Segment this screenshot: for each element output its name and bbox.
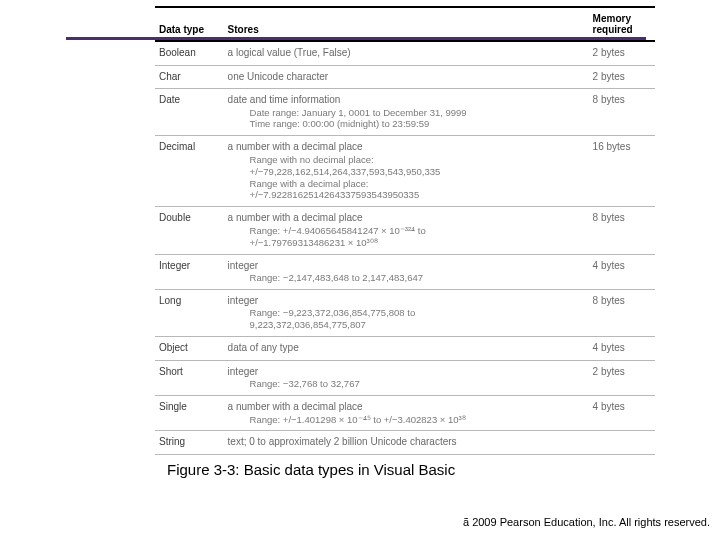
stores-detail: +/−7.9228162514264337593543950335 xyxy=(228,189,585,201)
table-row: Date date and time information Date rang… xyxy=(155,89,655,136)
cell-stores: integer Range: −32,768 to 32,767 xyxy=(224,360,589,395)
table-row: Long integer Range: −9,223,372,036,854,7… xyxy=(155,289,655,336)
table-row: Double a number with a decimal place Ran… xyxy=(155,207,655,254)
cell-stores: one Unicode character xyxy=(224,65,589,89)
cell-memory: 16 bytes xyxy=(589,136,655,207)
cell-type: String xyxy=(155,431,224,455)
cell-memory: 8 bytes xyxy=(589,289,655,336)
cell-type: Short xyxy=(155,360,224,395)
stores-main: a number with a decimal place xyxy=(228,212,363,223)
cell-memory: 2 bytes xyxy=(589,41,655,65)
cell-type: Integer xyxy=(155,254,224,289)
cell-type: Boolean xyxy=(155,41,224,65)
stores-detail: Range: +/−4.94065645841247 × 10⁻³²⁴ to xyxy=(228,225,585,237)
table-row: Integer integer Range: −2,147,483,648 to… xyxy=(155,254,655,289)
cell-stores: integer Range: −2,147,483,648 to 2,147,4… xyxy=(224,254,589,289)
cell-stores: a number with a decimal place Range: +/−… xyxy=(224,396,589,431)
cell-memory: 4 bytes xyxy=(589,337,655,361)
stores-main: date and time information xyxy=(228,94,341,105)
cell-memory xyxy=(589,431,655,455)
stores-detail: +/−79,228,162,514,264,337,593,543,950,33… xyxy=(228,166,585,178)
stores-main: integer xyxy=(228,295,259,306)
figure-caption: Figure 3-3: Basic data types in Visual B… xyxy=(167,461,455,478)
table-row: Char one Unicode character 2 bytes xyxy=(155,65,655,89)
cell-stores: a number with a decimal place Range with… xyxy=(224,136,589,207)
stores-detail: +/−1.79769313486231 × 10³⁰⁸ xyxy=(228,237,585,249)
cell-type: Object xyxy=(155,337,224,361)
stores-main: integer xyxy=(228,260,259,271)
cell-type: Decimal xyxy=(155,136,224,207)
stores-detail: Range with no decimal place: xyxy=(228,154,585,166)
cell-stores: a number with a decimal place Range: +/−… xyxy=(224,207,589,254)
col-memory: Memory required xyxy=(589,8,655,41)
cell-memory: 8 bytes xyxy=(589,207,655,254)
stores-main: a number with a decimal place xyxy=(228,401,363,412)
table-row: Object data of any type 4 bytes xyxy=(155,337,655,361)
table-row: Single a number with a decimal place Ran… xyxy=(155,396,655,431)
col-data-type: Data type xyxy=(155,8,224,41)
col-memory-l2: required xyxy=(593,24,633,35)
cell-memory: 2 bytes xyxy=(589,65,655,89)
data-types-table: Data type Stores Memory required Boolean… xyxy=(155,8,655,455)
copyright-text: 2009 Pearson Education, Inc. All rights … xyxy=(469,516,710,528)
stores-detail: Range: +/−1.401298 × 10⁻⁴⁵ to +/−3.40282… xyxy=(228,414,585,426)
stores-detail: Range: −2,147,483,648 to 2,147,483,647 xyxy=(228,272,585,284)
cell-stores: data of any type xyxy=(224,337,589,361)
cell-type: Double xyxy=(155,207,224,254)
stores-detail: 9,223,372,036,854,775,807 xyxy=(228,319,585,331)
cell-type: Long xyxy=(155,289,224,336)
stores-main: integer xyxy=(228,366,259,377)
table-header-row: Data type Stores Memory required xyxy=(155,8,655,41)
table-row: Decimal a number with a decimal place Ra… xyxy=(155,136,655,207)
cell-memory: 2 bytes xyxy=(589,360,655,395)
table-row: Boolean a logical value (True, False) 2 … xyxy=(155,41,655,65)
table-row: Short integer Range: −32,768 to 32,767 2… xyxy=(155,360,655,395)
cell-stores: text; 0 to approximately 2 billion Unico… xyxy=(224,431,589,455)
table-row: String text; 0 to approximately 2 billio… xyxy=(155,431,655,455)
stores-main: a number with a decimal place xyxy=(228,141,363,152)
cell-memory: 8 bytes xyxy=(589,89,655,136)
col-stores: Stores xyxy=(224,8,589,41)
stores-detail: Range with a decimal place: xyxy=(228,178,585,190)
col-memory-l1: Memory xyxy=(593,13,631,24)
stores-detail: Range: −9,223,372,036,854,775,808 to xyxy=(228,307,585,319)
cell-stores: date and time information Date range: Ja… xyxy=(224,89,589,136)
cell-type: Single xyxy=(155,396,224,431)
cell-stores: a logical value (True, False) xyxy=(224,41,589,65)
cell-stores: integer Range: −9,223,372,036,854,775,80… xyxy=(224,289,589,336)
data-types-table-wrap: Data type Stores Memory required Boolean… xyxy=(155,6,655,455)
cell-type: Char xyxy=(155,65,224,89)
stores-detail: Date range: January 1, 0001 to December … xyxy=(228,107,585,119)
page: Data type Stores Memory required Boolean… xyxy=(0,0,720,540)
stores-detail: Range: −32,768 to 32,767 xyxy=(228,378,585,390)
cell-memory: 4 bytes xyxy=(589,396,655,431)
copyright: ã 2009 Pearson Education, Inc. All right… xyxy=(463,516,710,528)
cell-type: Date xyxy=(155,89,224,136)
cell-memory: 4 bytes xyxy=(589,254,655,289)
stores-detail: Time range: 0:00:00 (midnight) to 23:59:… xyxy=(228,118,585,130)
